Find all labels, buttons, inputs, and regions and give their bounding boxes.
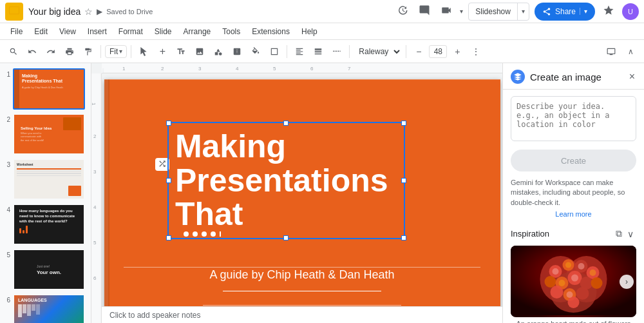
menu-view[interactable]: View — [54, 25, 81, 38]
svg-point-38 — [590, 269, 596, 276]
expand-inspiration-button[interactable]: ∨ — [625, 228, 636, 240]
slide-thumb-6[interactable]: LANGUAGES — [13, 294, 85, 323]
present-with-audience-button[interactable] — [603, 44, 620, 59]
star-icon[interactable]: ☆ — [84, 6, 93, 17]
handle-mid-left[interactable] — [166, 178, 171, 183]
top-right-actions: ▾ Slideshow ▾ Share ▾ U — [394, 2, 639, 21]
describe-textarea[interactable] — [511, 96, 636, 141]
print-button[interactable] — [61, 44, 78, 59]
svg-text:6: 6 — [310, 66, 314, 72]
doc-title[interactable]: Your big idea — [28, 6, 80, 17]
line-dash-button[interactable] — [328, 44, 345, 59]
panel-header: Create an image × — [503, 63, 644, 90]
font-size-increase-button[interactable]: + — [449, 44, 466, 59]
menu-extensions[interactable]: Extensions — [247, 25, 295, 38]
menu-file[interactable]: File — [5, 25, 28, 38]
share-label[interactable]: Share — [555, 7, 576, 16]
slideshow-button[interactable]: Slideshow ▾ — [468, 3, 529, 21]
menu-tools[interactable]: Tools — [217, 25, 245, 38]
slideshow-dropdown-arrow[interactable]: ▾ — [517, 3, 529, 20]
zoom-control[interactable]: Fit ▾ — [105, 45, 127, 58]
menubar: File Edit View Insert Format Slide Arran… — [0, 23, 644, 40]
slide-number-5: 5 — [3, 249, 10, 259]
starred-button[interactable] — [600, 2, 617, 21]
collapse-toolbar-button[interactable]: ∧ — [622, 44, 639, 59]
slide-main-title-box[interactable]: Making Presentations That — [167, 122, 405, 239]
slide-thumb-3[interactable]: Worksheet — [13, 159, 85, 200]
comments-button[interactable] — [416, 2, 433, 21]
undo-button[interactable] — [24, 44, 41, 59]
notes-bar[interactable]: Click to add speaker notes — [102, 306, 502, 323]
slideshow-label[interactable]: Slideshow — [469, 7, 517, 16]
learn-more-link[interactable]: Learn more — [511, 210, 636, 218]
notes-placeholder[interactable]: Click to add speaker notes — [109, 311, 200, 320]
inspiration-image — [511, 246, 636, 317]
svg-text:3: 3 — [198, 66, 202, 72]
cursor-button[interactable] — [135, 44, 152, 59]
slide-thumb-1[interactable]: MakingPresentations That A guide by Chip… — [13, 68, 85, 110]
slide-thumb-4[interactable]: How many languages do you need to know t… — [13, 204, 85, 245]
svg-rect-0 — [10, 6, 19, 14]
slide-thumb-container-5: 5 Just one! Your own. — [3, 249, 88, 290]
inspiration-next-button[interactable]: › — [620, 275, 634, 289]
disclaimer-text: Gemini for Workspace can make mistakes, … — [511, 178, 636, 208]
slide-number-2: 2 — [3, 113, 10, 123]
menu-help[interactable]: Help — [296, 25, 323, 38]
svg-point-26 — [545, 276, 556, 288]
menu-insert[interactable]: Insert — [82, 25, 112, 38]
image-button[interactable] — [191, 44, 208, 59]
shapes-button[interactable] — [210, 44, 227, 59]
history-button[interactable] — [394, 2, 411, 21]
slide-subtitle: A guide by Chip Heath & Dan Heath — [104, 268, 500, 282]
line-weight-button[interactable] — [310, 44, 327, 59]
handle-top-center[interactable] — [283, 121, 289, 126]
svg-text:4: 4 — [93, 204, 97, 210]
inspiration-section-header: Inspiration ⧉ ∨ — [511, 227, 636, 240]
share-button[interactable]: Share ▾ — [535, 3, 595, 21]
zoom-dropdown-icon[interactable]: ▾ — [119, 48, 122, 55]
handle-top-left[interactable] — [166, 121, 171, 126]
svg-point-39 — [571, 275, 578, 282]
slide-panel: 1 MakingPresentations That A guide by Ch… — [0, 63, 91, 323]
slide-number-6: 6 — [3, 294, 10, 304]
svg-point-36 — [565, 262, 571, 268]
meet-button[interactable] — [438, 2, 455, 21]
panel-close-button[interactable]: × — [628, 70, 636, 84]
handle-bottom-left[interactable] — [166, 235, 171, 240]
line-button[interactable] — [229, 44, 245, 59]
menu-edit[interactable]: Edit — [29, 25, 53, 38]
font-size-decrease-button[interactable]: − — [410, 44, 427, 59]
add-button[interactable]: + — [154, 43, 171, 60]
slide-thumb-5[interactable]: Just one! Your own. — [13, 249, 85, 290]
share-dropdown-arrow[interactable]: ▾ — [580, 8, 587, 15]
textbox-button[interactable] — [173, 44, 189, 59]
menu-arrange[interactable]: Arrange — [178, 25, 216, 38]
redo-button[interactable] — [43, 44, 59, 59]
svg-text:7: 7 — [348, 66, 351, 72]
zoom-fit-label[interactable]: Fit — [109, 47, 118, 56]
user-avatar[interactable]: U — [622, 3, 639, 20]
slide-number-3: 3 — [3, 159, 10, 168]
copy-inspiration-button[interactable]: ⧉ — [613, 227, 625, 240]
save-status: Saved to Drive — [106, 8, 153, 15]
handle-mid-right[interactable] — [401, 178, 406, 183]
align-button[interactable] — [291, 44, 308, 59]
font-family-select[interactable]: Raleway — [354, 45, 402, 58]
toolbar-separator-3 — [287, 45, 287, 58]
more-options-button[interactable]: ⋮ — [468, 44, 484, 59]
create-button[interactable]: Create — [511, 150, 636, 171]
slide-footer-line — [203, 305, 401, 306]
handle-bottom-center[interactable] — [283, 235, 289, 240]
svg-text:4: 4 — [236, 66, 239, 72]
paint-format-button[interactable] — [80, 44, 97, 59]
handle-top-right[interactable] — [401, 121, 406, 126]
fill-color-button[interactable] — [247, 44, 264, 59]
menu-slide[interactable]: Slide — [149, 25, 177, 38]
font-size-display[interactable]: 48 — [429, 45, 447, 58]
menu-format[interactable]: Format — [113, 25, 148, 38]
zoom-out-button[interactable] — [5, 44, 22, 59]
slide-thumb-2[interactable]: Selling Your Idea When you need tocommun… — [13, 113, 85, 155]
border-color-button[interactable] — [266, 44, 283, 59]
handle-bottom-right[interactable] — [401, 235, 406, 240]
toolbar-separator-1 — [100, 45, 101, 58]
